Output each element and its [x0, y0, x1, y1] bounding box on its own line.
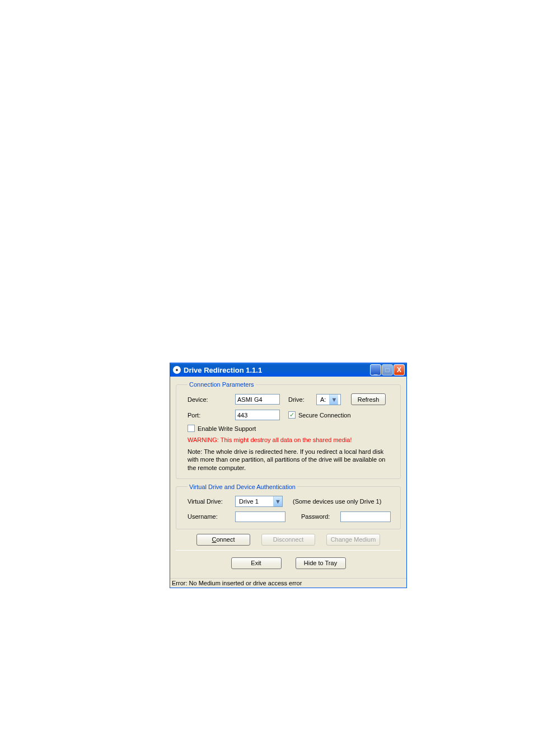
connect-button[interactable]: Connect [196, 534, 250, 546]
note-text: Note: The whole drive is redirected here… [188, 448, 394, 472]
port-label: Port: [188, 412, 235, 419]
window-title: Drive Redirection 1.1.1 [184, 366, 262, 374]
hide-to-tray-button[interactable]: Hide to Tray [296, 557, 346, 569]
write-support-label: Enable Write Support [198, 425, 256, 432]
chevron-down-icon: ▼ [329, 395, 338, 405]
exit-button[interactable]: Exit [231, 557, 282, 569]
disconnect-button: Disconnect [261, 534, 315, 546]
app-icon [173, 366, 181, 374]
connection-parameters-group: Connection Parameters Device: Drive: A: … [176, 381, 401, 479]
connection-legend: Connection Parameters [188, 381, 256, 388]
secure-connection-label: Secure Connection [298, 412, 351, 419]
virtual-drive-label: Virtual Drive: [188, 498, 235, 505]
password-input[interactable] [340, 511, 391, 522]
warning-text: WARNING: This might destroy all data on … [188, 436, 394, 443]
drive-select[interactable]: A: ▼ [316, 394, 341, 405]
device-label: Device: [188, 396, 235, 403]
chevron-down-icon: ▼ [273, 496, 282, 506]
password-label: Password: [301, 513, 340, 520]
username-input[interactable] [235, 511, 285, 522]
refresh-button[interactable]: Refresh [351, 393, 386, 405]
minimize-button[interactable]: _ [370, 364, 381, 375]
write-support-checkbox[interactable] [188, 425, 195, 432]
status-bar: Error: No Medium inserted or drive acces… [170, 578, 406, 588]
secure-connection-checkbox[interactable]: ✓ [288, 411, 296, 419]
close-button[interactable]: X [394, 364, 405, 375]
auth-legend: Virtual Drive and Device Authentication [188, 483, 297, 490]
authentication-group: Virtual Drive and Device Authentication … [176, 483, 401, 529]
virtual-drive-select[interactable]: Drive 1 ▼ [235, 496, 283, 507]
titlebar[interactable]: Drive Redirection 1.1.1 _ □ X [170, 363, 406, 377]
drive-label: Drive: [288, 396, 316, 403]
port-input[interactable] [235, 410, 280, 420]
change-medium-button: Change Medium [326, 534, 380, 546]
device-input[interactable] [235, 394, 280, 405]
maximize-button: □ [382, 364, 393, 375]
username-label: Username: [188, 513, 235, 520]
virtual-drive-note: (Some devices use only Drive 1) [293, 498, 381, 505]
